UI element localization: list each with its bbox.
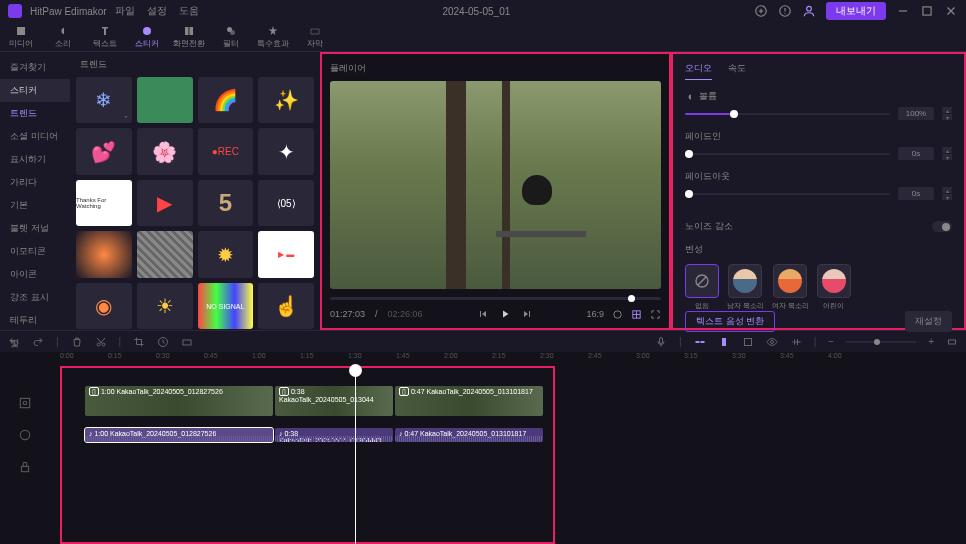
audio-clip-3[interactable]: ♪ 0:47 KakaoTalk_20240505_013101817 — [395, 428, 543, 442]
speed-icon[interactable] — [157, 336, 169, 348]
zoom-in-icon[interactable]: + — [928, 336, 934, 347]
tab-audio[interactable]: 오디오 — [685, 62, 712, 80]
voice-none[interactable]: 없음 — [685, 264, 719, 311]
sticker-youtube[interactable]: ▶ — [137, 180, 193, 226]
fit-icon[interactable] — [946, 336, 958, 348]
volume-slider[interactable] — [685, 113, 890, 115]
export-button[interactable]: 내보내기 — [826, 2, 886, 20]
cat-sticker[interactable]: 스티커 — [0, 79, 70, 102]
tool-text[interactable]: 텍스트 — [84, 22, 126, 51]
maximize-icon[interactable] — [920, 4, 934, 18]
cat-emoji[interactable]: 이모티콘 — [0, 240, 70, 263]
timeline-ruler[interactable]: 0:000:150:300:451:001:151:301:452:002:15… — [0, 352, 966, 366]
tool-filter[interactable]: 필터 — [210, 22, 252, 51]
fadein-slider[interactable] — [685, 153, 890, 155]
sticker-sun[interactable]: ☀ — [137, 283, 193, 329]
voice-female[interactable]: 여자 목소리 — [772, 264, 809, 311]
video-clip-1[interactable]: ▯ 1:00 KakaoTalk_20240505_012827526 — [85, 386, 273, 416]
close-icon[interactable] — [944, 4, 958, 18]
sticker-new[interactable]: ✹ — [198, 231, 254, 277]
redo-icon[interactable] — [32, 336, 44, 348]
tool-sticker[interactable]: 스티커 — [126, 22, 168, 51]
cat-bullet[interactable]: 불렛 저널 — [0, 217, 70, 240]
sticker-rec[interactable]: ●REC — [198, 128, 254, 174]
track-settings-icon[interactable] — [18, 396, 32, 410]
fadeout-stepper[interactable]: ▴▾ — [942, 187, 952, 200]
sticker-pointer[interactable]: ☝ — [258, 283, 314, 329]
marker-icon[interactable] — [718, 336, 730, 348]
tab-speed[interactable]: 속도 — [728, 62, 746, 80]
video-clip-2[interactable]: ▯ 0:38 KakaoTalk_20240505_013044 — [275, 386, 393, 416]
fullscreen-icon[interactable] — [650, 309, 661, 320]
voice-child[interactable]: 어린이 — [817, 264, 851, 311]
snapshot-icon[interactable] — [612, 309, 623, 320]
sticker-rainbow[interactable]: 🌈 — [198, 77, 254, 123]
snap-icon[interactable] — [742, 336, 754, 348]
tool-sound[interactable]: 소리 — [42, 22, 84, 51]
cut-icon[interactable] — [95, 336, 107, 348]
reset-button[interactable]: 재설정 — [905, 311, 952, 332]
cloud-icon[interactable] — [754, 4, 768, 18]
volume-stepper[interactable]: ▴▾ — [942, 107, 952, 120]
sticker-countdown[interactable]: ⟨05⟩ — [258, 180, 314, 226]
cat-hide[interactable]: 가리다 — [0, 171, 70, 194]
menu-settings[interactable]: 설정 — [147, 4, 167, 18]
preview-video[interactable] — [330, 81, 661, 289]
sticker-snowflake[interactable]: ❄ — [76, 77, 132, 123]
waveform-icon[interactable] — [790, 336, 802, 348]
sticker-five[interactable]: 5 — [198, 180, 254, 226]
user-icon[interactable] — [802, 4, 816, 18]
fadein-value[interactable]: 0s — [898, 147, 934, 160]
fadeout-slider[interactable] — [685, 193, 890, 195]
sticker-firework[interactable]: ✨ — [258, 77, 314, 123]
cat-basic[interactable]: 기본 — [0, 194, 70, 217]
voice-male[interactable]: 남자 목소리 — [727, 264, 764, 311]
cat-border[interactable]: 테두리 — [0, 309, 70, 332]
track-visibility-icon[interactable] — [18, 428, 32, 442]
fadein-stepper[interactable]: ▴▾ — [942, 147, 952, 160]
mic-icon[interactable] — [655, 336, 667, 348]
tool-effects[interactable]: 특수효과 — [252, 22, 294, 51]
cat-social[interactable]: 소셜 미디어 — [0, 125, 70, 148]
tts-button[interactable]: 텍스트 음성 변환 — [685, 311, 775, 332]
crop-icon[interactable] — [133, 336, 145, 348]
cat-icon[interactable]: 아이콘 — [0, 263, 70, 286]
sticker-glow[interactable] — [76, 231, 132, 277]
prev-frame-icon[interactable] — [477, 308, 489, 320]
menu-help[interactable]: 도움 — [179, 4, 199, 18]
sticker-thanks[interactable]: Thanks For Watching — [76, 180, 132, 226]
play-icon[interactable] — [499, 308, 511, 320]
sticker-blur[interactable] — [137, 231, 193, 277]
delete-icon[interactable] — [71, 336, 83, 348]
preview-seekbar[interactable] — [330, 297, 661, 300]
track-lock-icon[interactable] — [18, 460, 32, 474]
grid-icon[interactable] — [631, 309, 642, 320]
sticker-subscribe[interactable]: ▶ ▬ — [258, 231, 314, 277]
undo-icon[interactable] — [8, 336, 20, 348]
video-clip-3[interactable]: ▯ 0:47 KakaoTalk_20240505_013101817 — [395, 386, 543, 416]
edit-icon[interactable] — [181, 336, 193, 348]
sticker-swirl[interactable]: ◉ — [76, 283, 132, 329]
sticker-hearts[interactable]: 💕 — [76, 128, 132, 174]
cat-emphasis[interactable]: 강조 표시 — [0, 286, 70, 309]
fadeout-value[interactable]: 0s — [898, 187, 934, 200]
zoom-slider[interactable] — [846, 341, 916, 343]
sticker-board[interactable] — [137, 77, 193, 123]
zoom-out-icon[interactable]: − — [828, 336, 834, 347]
tool-subtitle[interactable]: 자막 — [294, 22, 336, 51]
sticker-sparkle[interactable]: ✦ — [258, 128, 314, 174]
help-icon[interactable] — [778, 4, 792, 18]
aspect-ratio[interactable]: 16:9 — [586, 309, 604, 319]
sticker-nosignal[interactable]: NO SIGNAL — [198, 283, 254, 329]
cat-show[interactable]: 표시하기 — [0, 148, 70, 171]
playhead[interactable] — [355, 366, 356, 544]
noise-toggle[interactable] — [932, 221, 952, 232]
tool-transition[interactable]: 화면전환 — [168, 22, 210, 51]
eye-icon[interactable] — [766, 336, 778, 348]
volume-value[interactable]: 100% — [898, 107, 934, 120]
menu-file[interactable]: 파일 — [115, 4, 135, 18]
tool-media[interactable]: 미디어 — [0, 22, 42, 51]
audio-clip-2[interactable]: ♪ 0:38 KakaoTalk_20240505_01304443 — [275, 428, 393, 442]
sticker-flowers[interactable]: 🌸 — [137, 128, 193, 174]
timeline[interactable]: ▯ 1:00 KakaoTalk_20240505_012827526 ▯ 0:… — [0, 366, 966, 544]
